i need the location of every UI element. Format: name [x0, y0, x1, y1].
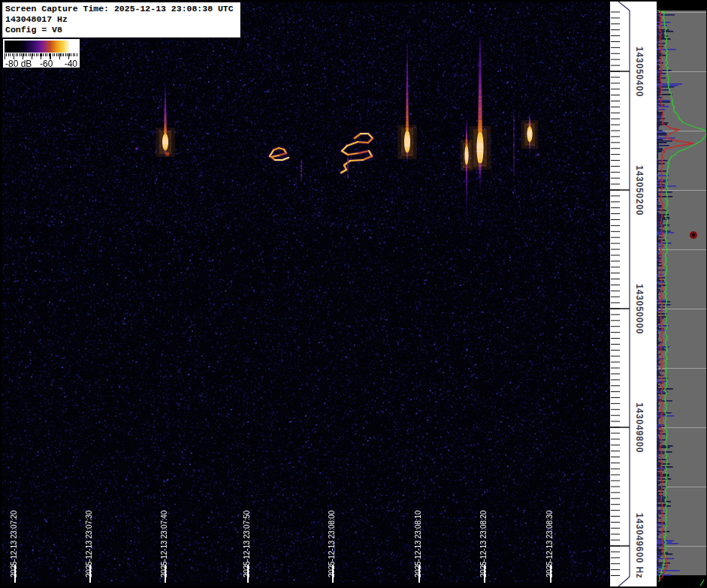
spectrum-lab-window: Screen Capture Time: 2025-12-13 23:08:38…	[0, 0, 707, 588]
capture-info-box: Screen Capture Time: 2025-12-13 23:08:38…	[2, 2, 240, 38]
spectrum-canvas	[657, 2, 706, 586]
color-scale-labels: -80 dB -60 -40	[3, 59, 80, 68]
db-label-40: -40	[65, 59, 77, 69]
center-frequency-text: 143048017 Hz	[5, 14, 237, 25]
waterfall-canvas	[2, 2, 610, 586]
time-axis-label: 2025-12-13 23:07:30	[85, 511, 93, 577]
time-axis-label: 2025-12-13 23:08:30	[545, 511, 554, 577]
frequency-scale: 1430504001430502001430500001430498001430…	[610, 2, 657, 586]
db-label-80: -80 dB	[5, 59, 32, 69]
frequency-ticks	[610, 2, 657, 586]
time-axis-label: 2025-12-13 23:08:10	[414, 511, 422, 577]
frequency-marker-dot	[690, 231, 697, 239]
color-gradient-bar	[5, 41, 77, 53]
frequency-axis-label: 143050200	[634, 165, 645, 216]
frequency-axis-label: 143049800	[634, 403, 645, 453]
frequency-axis-label: 143050400	[634, 47, 645, 97]
db-label-60: -60	[40, 59, 53, 69]
frequency-axis-label: 143050000	[634, 284, 645, 334]
frequency-axis-label: 143049600 Hz	[634, 513, 645, 579]
capture-time-text: Screen Capture Time: 2025-12-13 23:08:38…	[5, 4, 237, 14]
time-axis-label: 2025-12-13 23:07:20	[10, 511, 18, 577]
spectrum-graph-panel	[657, 2, 706, 586]
time-axis-label: 2025-12-13 23:08:00	[328, 511, 336, 577]
color-scale-minor-ticks	[5, 53, 77, 56]
config-text: Config = V8	[5, 25, 237, 35]
color-scale-legend: -80 dB -60 -40	[3, 39, 80, 68]
time-axis-label: 2025-12-13 23:07:50	[243, 511, 251, 577]
time-axis-label: 2025-12-13 23:08:20	[479, 511, 488, 577]
time-axis-label: 2025-12-13 23:07:40	[160, 511, 168, 577]
